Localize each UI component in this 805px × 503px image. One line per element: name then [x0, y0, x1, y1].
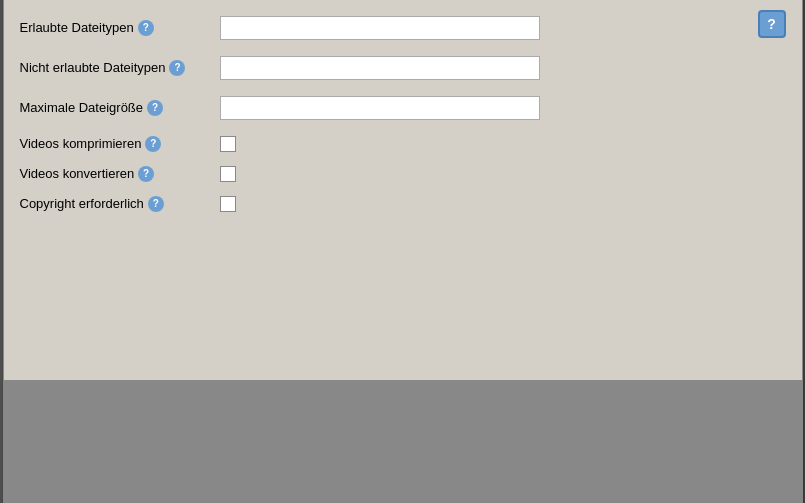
maximale-dateigroesse-label: Maximale Dateigröße ? [20, 100, 220, 116]
videos-komprimieren-row: Videos komprimieren ? [20, 136, 786, 152]
erlaubte-dateitypen-label: Erlaubte Dateitypen ? [20, 20, 220, 36]
copyright-erforderlich-row: Copyright erforderlich ? [20, 196, 786, 212]
copyright-erforderlich-help-icon[interactable]: ? [148, 196, 164, 212]
main-window: Administration von Demo Media × ◄ Analyt… [3, 0, 803, 503]
videos-komprimieren-label: Videos komprimieren ? [20, 136, 220, 152]
erlaubte-dateitypen-help-icon[interactable]: ? [138, 20, 154, 36]
maximale-dateigroesse-help-icon[interactable]: ? [147, 100, 163, 116]
help-button[interactable]: ? [758, 10, 786, 38]
nicht-erlaubte-dateitypen-label: Nicht erlaubte Dateitypen ? [20, 60, 220, 76]
maximale-dateigroesse-input[interactable] [220, 96, 540, 120]
videos-komprimieren-checkbox[interactable] [220, 136, 236, 152]
nicht-erlaubte-dateitypen-row: Nicht erlaubte Dateitypen ? [20, 56, 786, 80]
videos-konvertieren-help-icon[interactable]: ? [138, 166, 154, 182]
copyright-erforderlich-label: Copyright erforderlich ? [20, 196, 220, 212]
gray-area [4, 380, 802, 504]
erlaubte-dateitypen-input[interactable] [220, 16, 540, 40]
content-area: ? Erlaubte Dateitypen ? Nicht erlaubte D… [4, 0, 802, 380]
nicht-erlaubte-dateitypen-input[interactable] [220, 56, 540, 80]
videos-komprimieren-help-icon[interactable]: ? [145, 136, 161, 152]
videos-konvertieren-label: Videos konvertieren ? [20, 166, 220, 182]
copyright-erforderlich-checkbox[interactable] [220, 196, 236, 212]
nicht-erlaubte-dateitypen-help-icon[interactable]: ? [169, 60, 185, 76]
videos-konvertieren-checkbox[interactable] [220, 166, 236, 182]
erlaubte-dateitypen-row: Erlaubte Dateitypen ? [20, 16, 786, 40]
maximale-dateigroesse-row: Maximale Dateigröße ? [20, 96, 786, 120]
videos-konvertieren-row: Videos konvertieren ? [20, 166, 786, 182]
